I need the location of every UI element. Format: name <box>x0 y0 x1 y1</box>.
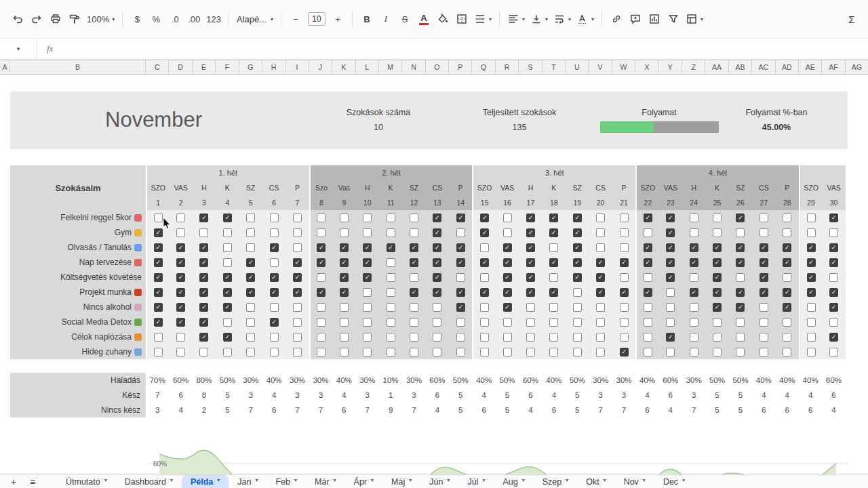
habit-checkbox-cell[interactable] <box>472 270 495 285</box>
habit-checkbox-cell[interactable] <box>566 329 589 344</box>
habit-label[interactable]: Projekt munka <box>10 285 146 300</box>
day-name-header[interactable]: VAS <box>822 180 845 195</box>
habit-checkbox[interactable]: ✓ <box>829 303 838 312</box>
habit-checkbox[interactable] <box>666 288 675 297</box>
day-number-header[interactable]: 11 <box>379 195 402 210</box>
merge-cells-button[interactable]: ▾ <box>471 9 494 29</box>
habit-checkbox[interactable]: ✓ <box>363 243 372 252</box>
habit-checkbox-cell[interactable] <box>285 210 309 225</box>
habit-checkbox-cell[interactable]: ✓ <box>519 270 542 285</box>
habit-checkbox[interactable] <box>713 318 722 327</box>
habit-checkbox[interactable]: ✓ <box>526 273 535 282</box>
habit-checkbox[interactable] <box>176 348 185 357</box>
habit-checkbox[interactable]: ✓ <box>573 243 582 252</box>
habit-checkbox[interactable] <box>410 318 418 327</box>
habit-checkbox[interactable]: ✓ <box>293 273 302 282</box>
habit-checkbox[interactable] <box>760 228 768 237</box>
sheet-tab-Már[interactable]: Már▾ <box>306 475 345 488</box>
habit-checkbox-cell[interactable]: ✓ <box>262 240 285 255</box>
habit-checkbox[interactable]: ✓ <box>526 258 535 267</box>
day-number-header[interactable]: 4 <box>216 195 239 210</box>
habit-checkbox[interactable]: ✓ <box>223 303 232 312</box>
habit-checkbox-cell[interactable] <box>332 225 355 240</box>
habit-checkbox-cell[interactable]: ✓ <box>496 255 519 270</box>
habit-checkbox-cell[interactable]: ✓ <box>449 300 472 314</box>
habit-checkbox-cell[interactable] <box>449 225 472 240</box>
add-sheet-button[interactable]: + <box>4 475 23 488</box>
column-header-O[interactable]: O <box>426 60 449 74</box>
habit-checkbox[interactable]: ✓ <box>503 258 512 267</box>
sheet-tab-Útmutató[interactable]: Útmutató▾ <box>57 475 116 488</box>
habit-checkbox[interactable]: ✓ <box>526 214 535 222</box>
habit-checkbox-cell[interactable] <box>262 255 285 270</box>
habit-checkbox[interactable] <box>293 348 302 357</box>
habit-checkbox-cell[interactable] <box>309 329 332 344</box>
habit-checkbox-cell[interactable] <box>612 210 635 225</box>
habit-checkbox-cell[interactable] <box>682 225 705 240</box>
habit-checkbox-cell[interactable]: ✓ <box>496 300 519 314</box>
habit-checkbox[interactable] <box>736 318 745 327</box>
day-name-header[interactable]: H <box>519 180 542 195</box>
habit-checkbox-cell[interactable] <box>285 314 309 329</box>
column-header-AD[interactable]: AD <box>776 60 799 74</box>
column-header-A[interactable]: A <box>0 60 10 74</box>
habit-checkbox[interactable]: ✓ <box>154 243 163 252</box>
habit-checkbox-cell[interactable] <box>822 270 845 285</box>
habit-checkbox-cell[interactable]: ✓ <box>472 225 495 240</box>
habit-checkbox[interactable]: ✓ <box>549 288 558 297</box>
habit-checkbox[interactable]: ✓ <box>363 273 372 282</box>
habit-checkbox-cell[interactable]: ✓ <box>542 255 566 270</box>
habit-checkbox[interactable] <box>549 318 558 327</box>
habit-checkbox[interactable] <box>246 228 255 237</box>
habit-checkbox[interactable]: ✓ <box>829 258 838 267</box>
habit-checkbox-cell[interactable]: ✓ <box>262 314 285 329</box>
habit-checkbox-cell[interactable]: ✓ <box>822 240 845 255</box>
habit-checkbox[interactable]: ✓ <box>199 258 208 267</box>
habit-checkbox[interactable] <box>410 273 418 282</box>
habit-checkbox-cell[interactable] <box>356 225 379 240</box>
name-box[interactable]: ▾ <box>0 39 37 59</box>
habit-checkbox-cell[interactable]: ✓ <box>216 285 239 300</box>
habit-checkbox-cell[interactable]: ✓ <box>776 285 799 300</box>
habit-checkbox-cell[interactable] <box>659 285 682 300</box>
habit-checkbox-cell[interactable] <box>542 300 566 314</box>
habit-checkbox-cell[interactable]: ✓ <box>496 270 519 285</box>
insert-link-button[interactable] <box>607 9 626 29</box>
habit-checkbox-cell[interactable] <box>589 225 612 240</box>
habit-checkbox-cell[interactable] <box>356 344 379 359</box>
habit-checkbox-cell[interactable]: ✓ <box>146 300 169 314</box>
habit-checkbox[interactable]: ✓ <box>713 243 722 252</box>
day-name-header[interactable]: P <box>776 180 799 195</box>
column-header-W[interactable]: W <box>612 60 635 74</box>
column-header-K[interactable]: K <box>332 60 355 74</box>
habit-checkbox-cell[interactable] <box>332 210 355 225</box>
habit-checkbox[interactable]: ✓ <box>620 288 629 297</box>
habit-checkbox-cell[interactable] <box>379 255 402 270</box>
habit-checkbox[interactable] <box>340 333 349 342</box>
habit-checkbox[interactable] <box>317 348 326 357</box>
percent-format-button[interactable]: % <box>146 9 165 29</box>
sheet-tab-Máj[interactable]: Máj▾ <box>382 475 420 488</box>
habit-checkbox[interactable] <box>199 228 208 237</box>
habit-checkbox-cell[interactable] <box>216 255 239 270</box>
week-header-5[interactable] <box>799 165 846 180</box>
decrease-decimal-button[interactable]: .0 <box>165 9 184 29</box>
redo-button[interactable] <box>27 9 46 29</box>
habit-checkbox-cell[interactable]: ✓ <box>822 329 845 344</box>
column-header-Z[interactable]: Z <box>682 60 705 74</box>
habit-checkbox[interactable] <box>223 228 232 237</box>
day-number-header[interactable]: 8 <box>309 195 332 210</box>
habit-checkbox[interactable] <box>363 333 372 342</box>
habit-checkbox-cell[interactable] <box>426 329 449 344</box>
habit-checkbox[interactable] <box>480 243 489 252</box>
habit-checkbox-cell[interactable]: ✓ <box>496 285 519 300</box>
column-header-AE[interactable]: AE <box>799 60 822 74</box>
habit-checkbox-cell[interactable]: ✓ <box>402 240 425 255</box>
habit-checkbox-cell[interactable] <box>309 210 332 225</box>
habit-checkbox[interactable]: ✓ <box>270 243 279 252</box>
habit-checkbox-cell[interactable] <box>496 225 519 240</box>
habit-checkbox[interactable] <box>760 303 768 312</box>
column-header-X[interactable]: X <box>635 60 658 74</box>
habit-checkbox-cell[interactable]: ✓ <box>216 270 239 285</box>
habit-checkbox-cell[interactable]: ✓ <box>612 285 635 300</box>
